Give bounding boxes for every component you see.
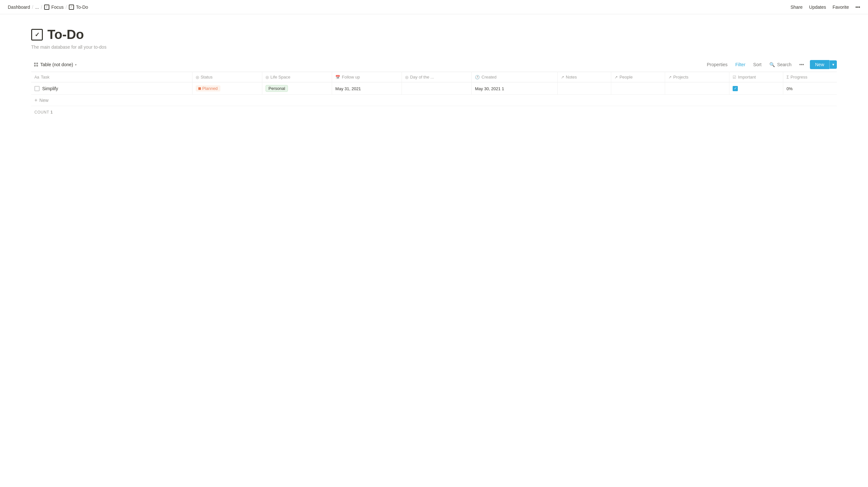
progress-col-label: Progress: [790, 75, 807, 79]
search-label: Search: [777, 62, 792, 67]
new-button[interactable]: New: [810, 60, 829, 69]
created-col-icon: 🕐: [475, 75, 480, 79]
status-cell[interactable]: Planned: [192, 83, 262, 95]
sort-button[interactable]: Sort: [751, 61, 764, 68]
focus-checkbox-icon: [44, 4, 49, 10]
col-header-projects[interactable]: ↗ Projects: [665, 72, 730, 83]
count-label: COUNT: [34, 110, 49, 115]
count-value: 1: [50, 110, 53, 115]
more-nav-button[interactable]: •••: [855, 4, 860, 10]
people-col-icon: ↗: [615, 75, 618, 79]
col-header-important[interactable]: ☑ Important: [730, 72, 783, 83]
notes-cell[interactable]: [558, 83, 611, 95]
page-content: To-Do The main database for all your to-…: [0, 14, 868, 131]
important-cell[interactable]: ✓: [730, 83, 783, 95]
status-badge: Planned: [196, 85, 220, 92]
col-header-people[interactable]: ↗ People: [611, 72, 665, 83]
svg-rect-0: [34, 63, 36, 64]
col-header-task[interactable]: Aa Task: [31, 72, 192, 83]
status-value: Planned: [202, 86, 218, 91]
progress-value: 0%: [786, 86, 793, 91]
progress-col-icon: Σ: [786, 75, 789, 79]
toolbar-right: Properties Filter Sort 🔍 Search ••• New …: [705, 60, 837, 69]
status-col-icon: ◎: [196, 75, 199, 79]
svg-rect-2: [34, 65, 36, 66]
task-col-icon: Aa: [34, 75, 39, 79]
followup-cell[interactable]: May 31, 2021: [332, 83, 402, 95]
more-options-button[interactable]: •••: [797, 61, 806, 68]
page-description: The main database for all your to-dos: [31, 44, 837, 50]
table-view-icon: [34, 62, 38, 67]
col-header-progress[interactable]: Σ Progress: [783, 72, 837, 83]
page-header: To-Do: [31, 27, 837, 42]
people-col-label: People: [619, 75, 632, 79]
col-header-status[interactable]: ◎ Status: [192, 72, 262, 83]
add-row-label: New: [39, 98, 49, 103]
task-row-checkbox[interactable]: [34, 86, 40, 91]
col-header-lifespace[interactable]: ◎ Life Space: [262, 72, 332, 83]
breadcrumb-todo[interactable]: To-Do: [76, 4, 88, 10]
lifespace-badge: Personal: [266, 85, 288, 92]
new-button-dropdown[interactable]: ▾: [829, 60, 837, 69]
created-cell[interactable]: May 30, 2021 1: [472, 83, 558, 95]
table-row: Simplify Planned Personal May 31, 2021: [31, 83, 837, 95]
table-view-button[interactable]: Table (not done) ▾: [31, 61, 79, 68]
filter-button[interactable]: Filter: [733, 61, 747, 68]
data-table: Aa Task ◎ Status ◎ Life Space: [31, 72, 837, 95]
notes-col-label: Notes: [566, 75, 577, 79]
col-header-dayof[interactable]: ◎ Day of the ...: [402, 72, 472, 83]
people-cell[interactable]: [611, 83, 665, 95]
search-icon: 🔍: [769, 62, 775, 67]
col-header-created[interactable]: 🕐 Created: [472, 72, 558, 83]
progress-cell: 0%: [783, 83, 837, 95]
dayof-col-label: Day of the ...: [410, 75, 434, 79]
properties-button[interactable]: Properties: [705, 61, 730, 68]
task-name[interactable]: Simplify: [42, 86, 58, 91]
created-col-label: Created: [482, 75, 496, 79]
breadcrumb-ellipsis[interactable]: ...: [35, 4, 39, 10]
status-dot-icon: [198, 87, 201, 90]
projects-col-icon: ↗: [669, 75, 672, 79]
table-container: Aa Task ◎ Status ◎ Life Space: [31, 72, 837, 119]
favorite-button[interactable]: Favorite: [833, 4, 849, 10]
share-button[interactable]: Share: [790, 4, 802, 10]
svg-rect-3: [36, 65, 38, 66]
table-header-row: Aa Task ◎ Status ◎ Life Space: [31, 72, 837, 83]
add-row-plus-icon: +: [34, 97, 37, 103]
table-view-label: Table (not done): [40, 62, 73, 67]
followup-value: May 31, 2021: [335, 86, 361, 91]
notes-col-icon: ↗: [561, 75, 564, 79]
followup-col-label: Follow up: [342, 75, 360, 79]
updates-button[interactable]: Updates: [809, 4, 826, 10]
lifespace-col-label: Life Space: [270, 75, 290, 79]
breadcrumb-sep-2: /: [41, 4, 42, 10]
followup-col-icon: 📅: [335, 75, 340, 79]
top-nav: Dashboard / ... / Focus / To-Do Share Up…: [0, 0, 868, 14]
page-title: To-Do: [48, 27, 84, 42]
breadcrumb-dashboard[interactable]: Dashboard: [8, 4, 30, 10]
task-cell[interactable]: Simplify: [31, 83, 192, 95]
important-col-icon: ☑: [733, 75, 736, 79]
important-col-label: Important: [738, 75, 756, 79]
toolbar: Table (not done) ▾ Properties Filter Sor…: [31, 60, 837, 69]
svg-rect-1: [36, 63, 38, 64]
chevron-down-icon: ▾: [75, 63, 76, 66]
status-col-label: Status: [200, 75, 213, 79]
dayof-cell[interactable]: [402, 83, 472, 95]
lifespace-col-icon: ◎: [266, 75, 269, 79]
lifespace-cell[interactable]: Personal: [262, 83, 332, 95]
breadcrumb-sep-3: /: [66, 4, 67, 10]
col-header-notes[interactable]: ↗ Notes: [558, 72, 611, 83]
task-col-label: Task: [41, 75, 50, 79]
todo-checkbox-icon: [69, 4, 74, 10]
breadcrumb-focus[interactable]: Focus: [51, 4, 64, 10]
important-checkbox[interactable]: ✓: [733, 86, 738, 91]
toolbar-left: Table (not done) ▾: [31, 61, 79, 68]
add-new-row[interactable]: + New: [31, 95, 837, 106]
breadcrumb: Dashboard / ... / Focus / To-Do: [8, 4, 88, 10]
breadcrumb-sep-1: /: [32, 4, 33, 10]
projects-cell[interactable]: [665, 83, 730, 95]
col-header-followup[interactable]: 📅 Follow up: [332, 72, 402, 83]
nav-actions: Share Updates Favorite •••: [790, 4, 860, 10]
search-button[interactable]: 🔍 Search: [767, 61, 793, 68]
